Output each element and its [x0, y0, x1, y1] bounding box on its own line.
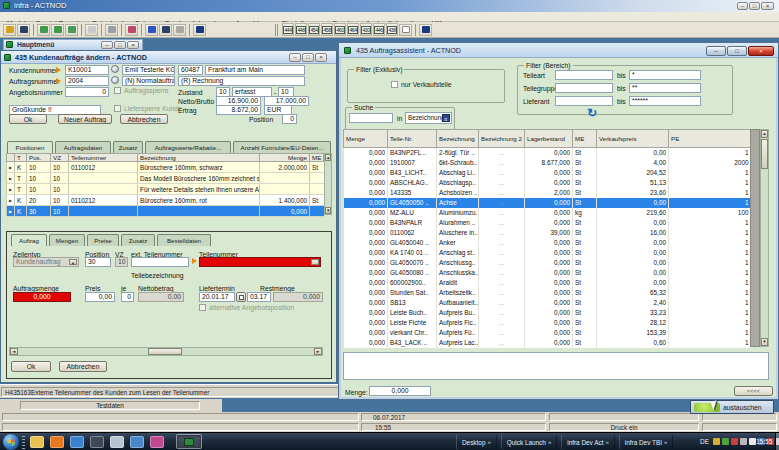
screen-button[interactable]: 448: [295, 23, 307, 36]
scroll-up-icon[interactable]: ▲: [325, 154, 331, 161]
scroll-left-icon[interactable]: ◄: [10, 348, 18, 355]
taskbar-toolbar[interactable]: Desktop»: [456, 435, 497, 449]
taskbar-toolbar[interactable]: Quick Launch»: [501, 435, 557, 449]
separator[interactable]: [33, 24, 34, 36]
separator[interactable]: [81, 24, 82, 36]
liefersperre-checkbox[interactable]: Liefersperre Kunde: [114, 105, 182, 112]
position-row[interactable]: T 10 10 Für weitere Details stehen Ihnen…: [7, 184, 324, 195]
tab-detail-zusatz[interactable]: Zusatz: [121, 234, 155, 246]
nettobetrag-field[interactable]: 0,00: [138, 292, 184, 302]
favorites-icon[interactable]: [125, 24, 138, 36]
part-row[interactable]: 0,000 B43_LICHT.. Abschlag Li.. ... 0,00…: [344, 168, 751, 178]
col-teilenummer[interactable]: Teilenummer: [69, 154, 138, 162]
parts-grid-scrollbar[interactable]: ▲ ▼: [760, 129, 769, 347]
detail-position-field[interactable]: 30: [85, 257, 111, 267]
separator[interactable]: [121, 24, 122, 36]
tab-bestelldaten[interactable]: Bestelldaten: [157, 234, 211, 246]
language-indicator[interactable]: DE: [700, 438, 709, 445]
part-row[interactable]: 0,000 143335 Achsbolzen .. ... 2,000 St …: [344, 188, 751, 198]
taskbar-handle[interactable]: [22, 435, 25, 449]
positions-grid-scrollbar[interactable]: ▲ ▼: [324, 153, 332, 215]
assistant-titlebar[interactable]: 435 Auftragsassistent - ACTNOD – □ ×: [339, 43, 778, 58]
collapse-button[interactable]: <<<<: [734, 386, 773, 396]
col-pe[interactable]: PE: [669, 130, 751, 148]
tray-record-icon[interactable]: [731, 438, 738, 445]
abbrechen-button[interactable]: Abbrechen: [120, 114, 168, 124]
position-row[interactable]: T 10 10 Das Modell Büroschere 160mm zeic…: [7, 173, 324, 184]
part-row[interactable]: 0,000 Leiste Fichte Aufpreis Fic.. ... 0…: [344, 318, 751, 328]
nur-verkaufsteile-checkbox[interactable]: nur Verkaufsteile: [391, 81, 452, 88]
col-bezeichnung2[interactable]: Bezeichnung 2: [479, 130, 525, 148]
liefertermin-bis-field[interactable]: 03.17: [247, 292, 271, 302]
belegart-field[interactable]: (R) Rechnung: [178, 76, 305, 86]
ok-button[interactable]: Ok: [9, 114, 47, 124]
tab-auftragsdaten[interactable]: Auftragsdaten: [55, 141, 111, 153]
col-pos[interactable]: Pos.: [27, 154, 51, 162]
screen-button[interactable]: 446: [373, 23, 385, 36]
col-bezeichnung[interactable]: Bezeichnung: [437, 130, 479, 148]
part-row[interactable]: 0,000 B43NP2FL .. 2-flügl. Tür .. ... 0,…: [344, 148, 751, 158]
undo-icon[interactable]: [105, 24, 118, 36]
firefox-icon[interactable]: [50, 436, 64, 448]
order-window-titlebar[interactable]: 435 Kundenaufträge ändern - ACTNOD – □ ×: [1, 51, 336, 64]
active-app-button[interactable]: [176, 434, 202, 449]
auftragsnummer-field[interactable]: 2004: [65, 76, 109, 86]
explorer-icon[interactable]: [110, 436, 124, 448]
col-me[interactable]: ME: [310, 154, 324, 162]
je-field[interactable]: 0: [121, 292, 134, 302]
tray-folder-icon[interactable]: [713, 438, 720, 445]
screen-button[interactable]: 460: [334, 23, 346, 36]
position-field[interactable]: 0: [282, 114, 297, 124]
chevron-down-icon[interactable]: ▼: [69, 259, 77, 265]
taskbar-clock[interactable]: 15:55: [756, 438, 772, 445]
maximize-button[interactable]: □: [749, 2, 760, 10]
tab-auftrag[interactable]: Auftrag: [11, 234, 47, 246]
menge-field[interactable]: 0,000: [369, 386, 431, 396]
screen-button[interactable]: 464: [347, 23, 359, 36]
ort-field[interactable]: Frankfurt am Main: [205, 65, 305, 75]
show-desktop-button[interactable]: [775, 433, 779, 450]
exit-icon[interactable]: [419, 24, 432, 36]
auftragsart-field[interactable]: (N) Normalauftrag: [122, 76, 175, 86]
tab-zusatz[interactable]: Zusatz: [113, 141, 143, 153]
lock-icon[interactable]: [173, 24, 186, 36]
lieferant-from-field[interactable]: [555, 96, 613, 106]
taskbar-toolbar[interactable]: infra Dev Act»: [561, 435, 615, 449]
part-row[interactable]: 0,000 1910007 6kt-Schraub.. ... 8.677,00…: [344, 158, 751, 168]
part-row[interactable]: 0,000 ABSCHLAG.. Abschlagsp.. ... 0,000 …: [344, 178, 751, 188]
position-row[interactable]: K 10 10 0110012 Büroschere 160mm, schwar…: [7, 162, 324, 173]
chevron-right-icon[interactable]: »: [487, 439, 490, 445]
clock-icon[interactable]: [145, 24, 158, 36]
col-verkaufspreis[interactable]: Verkaufspreis: [597, 130, 669, 148]
zeilentyp-combo[interactable]: Kundenauftrag▼: [13, 257, 79, 267]
search-field-combo[interactable]: Bezeichnung≡: [405, 112, 452, 124]
part-row[interactable]: 0,000 GL4050080 .. Anschlusska.. ... 0,0…: [344, 268, 751, 278]
part-row[interactable]: 0,000 SB13 Aufbauanleit.. ... 0,000 St 2…: [344, 298, 751, 308]
auftragssperre-checkbox[interactable]: Auftragssperre: [114, 87, 169, 94]
screen-button[interactable]: 444: [282, 23, 294, 36]
scroll-up-icon[interactable]: ▲: [761, 130, 768, 138]
refresh-icon[interactable]: ↻: [587, 107, 597, 119]
maximize-button[interactable]: □: [114, 41, 126, 49]
col-lagerbestand[interactable]: Lagerbestand: [525, 130, 573, 148]
position-row[interactable]: K 20 10 0110212 Büroschere 160mm, rot 1.…: [7, 195, 324, 206]
screen-button[interactable]: 438: [386, 23, 398, 36]
restore-button[interactable]: –: [101, 41, 113, 49]
chevron-right-icon[interactable]: »: [548, 439, 551, 445]
preis-field[interactable]: 0,00: [85, 292, 115, 302]
teilegruppe-from-field[interactable]: [555, 83, 613, 93]
screen-button[interactable]: 454: [308, 23, 320, 36]
detail-vz-field[interactable]: 10: [115, 257, 128, 267]
key-icon[interactable]: [3, 24, 16, 36]
close-button[interactable]: ×: [748, 46, 774, 56]
part-row[interactable]: 0,000 Stunden Sat.. Arbeitszeitk.. ... 0…: [344, 288, 751, 298]
col-menge[interactable]: Menge: [260, 154, 310, 162]
folder-icon[interactable]: [30, 436, 44, 448]
col-vz[interactable]: VZ: [51, 154, 69, 162]
alternative-checkbox[interactable]: alternative Angebotsposition: [199, 304, 294, 311]
print-person-icon[interactable]: [65, 24, 78, 36]
detail-ok-button[interactable]: Ok: [11, 361, 51, 372]
close-button[interactable]: ×: [127, 41, 139, 49]
part-row[interactable]: 0,000 0110062 Aluschere in.. ... 39,000 …: [344, 228, 751, 238]
scroll-thumb[interactable]: [761, 139, 768, 169]
